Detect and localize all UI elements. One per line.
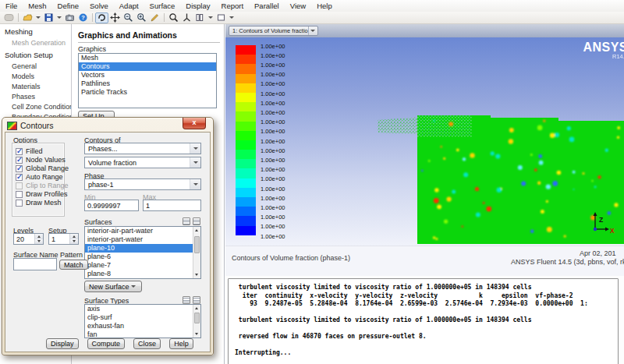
chevron-down-icon[interactable] <box>190 157 200 168</box>
tree-item[interactable]: Models <box>0 71 71 81</box>
option-checkbox[interactable]: Global Range <box>16 164 69 172</box>
layout-panes-caret[interactable] <box>208 16 213 19</box>
min-field[interactable] <box>84 200 139 211</box>
surface-types-list[interactable]: axisclip-surfexhaust-fanfan <box>84 304 201 338</box>
surface-item[interactable]: interior-part-water <box>85 235 200 244</box>
open-file-icon[interactable] <box>21 12 34 23</box>
chevron-down-icon[interactable] <box>190 179 200 189</box>
pan-view-icon[interactable] <box>108 12 122 23</box>
render-viewport[interactable]: Z X 1.00e+001.00e+001.00e+001.00e+001.00… <box>225 37 624 246</box>
console-panel[interactable]: turbulent viscosity limited to viscosity… <box>228 278 619 364</box>
surface-type-item[interactable]: fan <box>85 330 200 338</box>
rotate-view-icon[interactable] <box>95 12 108 23</box>
zoom-out-icon[interactable] <box>122 12 135 23</box>
dialog-button[interactable]: Help <box>169 338 193 349</box>
zoom-window-icon[interactable] <box>167 12 180 23</box>
new-surface-button[interactable]: New Surface <box>84 281 142 292</box>
checkbox-box[interactable] <box>16 165 23 172</box>
field-select[interactable]: Volume fraction <box>84 157 201 168</box>
checkbox-box[interactable] <box>16 148 23 155</box>
dialog-button[interactable]: Close <box>133 338 161 349</box>
levels-stepper[interactable]: 20 <box>13 233 44 245</box>
graphics-list-item[interactable]: Contours <box>79 62 216 71</box>
dialog-title-bar[interactable]: Contours <box>5 119 211 132</box>
graphics-list[interactable]: MeshContoursVectorsPathlinesParticle Tra… <box>78 53 217 108</box>
save-file-icon[interactable] <box>42 12 55 23</box>
menu-item[interactable]: Adapt <box>114 1 144 11</box>
menu-item[interactable]: View <box>285 1 311 11</box>
surface-name-pattern-input[interactable] <box>13 258 57 270</box>
option-checkbox[interactable]: Auto Range <box>16 173 63 181</box>
scroll-down-icon[interactable] <box>195 274 198 276</box>
surface-type-item[interactable]: clip-surf <box>85 313 200 322</box>
option-checkbox[interactable]: Node Values <box>16 156 66 164</box>
surface-types-scrollbar[interactable] <box>193 305 200 337</box>
surface-item[interactable]: plane-10 <box>85 244 200 253</box>
tree-item[interactable]: Mesh Generation <box>0 37 71 48</box>
help-icon[interactable]: ? <box>76 12 90 23</box>
surface-type-item[interactable]: exhaust-fan <box>85 322 200 330</box>
menu-item[interactable]: Solve <box>84 1 114 11</box>
surface-item[interactable]: plane-7 <box>85 261 200 270</box>
match-button[interactable]: Match <box>59 260 88 270</box>
scroll-up-icon[interactable] <box>195 307 198 309</box>
menu-item[interactable]: Display <box>180 1 215 11</box>
menu-item[interactable]: Report <box>216 1 250 11</box>
option-checkbox[interactable]: Filled <box>16 147 43 155</box>
max-field[interactable] <box>143 200 201 211</box>
tree-item[interactable]: Materials <box>0 81 71 91</box>
open-file-caret[interactable] <box>36 16 41 19</box>
graphics-list-item[interactable]: Pathlines <box>79 80 216 88</box>
surface-item[interactable]: interior-air-part-water <box>85 227 200 235</box>
select-all-icon[interactable] <box>183 296 190 304</box>
surface-item[interactable]: plane-8 <box>85 270 200 278</box>
deselect-all-icon[interactable] <box>193 296 200 304</box>
tree-item[interactable]: Phases <box>0 91 71 101</box>
contours-of-select[interactable]: Phases... <box>84 143 201 154</box>
option-checkbox[interactable]: Draw Mesh <box>16 199 62 207</box>
surface-item[interactable]: plane-6 <box>85 253 200 261</box>
dialog-button[interactable]: Display <box>46 338 79 349</box>
save-file-caret[interactable] <box>57 16 62 19</box>
close-icon[interactable]: x <box>183 118 206 129</box>
select-all-icon[interactable] <box>183 217 190 225</box>
chevron-down-icon[interactable] <box>190 143 200 154</box>
checkbox-box[interactable] <box>16 182 23 189</box>
menu-item[interactable]: Surface <box>144 1 181 11</box>
spin-down-icon[interactable] <box>70 239 78 245</box>
graphics-list-item[interactable]: Vectors <box>79 71 216 80</box>
spin-down-icon[interactable] <box>35 239 43 245</box>
option-checkbox[interactable]: Clip to Range <box>16 182 69 189</box>
axes-tool-icon[interactable] <box>180 12 193 23</box>
checkbox-box[interactable] <box>16 174 23 181</box>
tree-item[interactable]: Meshing <box>0 24 71 37</box>
checkbox-box[interactable] <box>16 200 23 207</box>
setup-stepper[interactable]: 1 <box>48 233 79 245</box>
view-box-caret[interactable] <box>229 16 234 19</box>
probe-pencil-icon[interactable] <box>148 12 161 23</box>
layout-panes-icon[interactable] <box>193 12 207 23</box>
surface-type-item[interactable]: axis <box>85 305 200 313</box>
tree-item[interactable]: Solution Setup <box>0 48 71 61</box>
graphics-view-selector[interactable]: 1: Contours of Volume fractio <box>229 26 318 36</box>
snapshot-icon[interactable] <box>63 12 76 23</box>
tree-item[interactable]: General <box>0 61 71 71</box>
option-checkbox[interactable]: Draw Profiles <box>16 190 68 198</box>
graphics-list-item[interactable]: Particle Tracks <box>79 88 216 97</box>
checkbox-box[interactable] <box>16 191 23 198</box>
graphics-view-caret[interactable] <box>308 27 317 35</box>
surfaces-list[interactable]: interior-air-part-waterinterior-part-wat… <box>84 226 201 279</box>
scrollbar-thumb[interactable] <box>194 313 200 323</box>
view-box-icon[interactable] <box>214 12 228 23</box>
zoom-in-icon[interactable] <box>135 12 148 23</box>
surfaces-scrollbar[interactable] <box>193 227 200 278</box>
phase-select[interactable]: phase-1 <box>84 178 201 190</box>
tree-item[interactable]: Cell Zone Conditions <box>0 101 71 111</box>
scroll-down-icon[interactable] <box>195 333 198 335</box>
dialog-button[interactable]: Compute <box>87 338 126 349</box>
checkbox-box[interactable] <box>16 157 23 164</box>
menu-item[interactable]: Mesh <box>23 1 51 11</box>
deselect-all-icon[interactable] <box>193 217 200 225</box>
menu-item[interactable]: File <box>0 1 23 11</box>
menu-item[interactable]: Define <box>52 1 84 11</box>
